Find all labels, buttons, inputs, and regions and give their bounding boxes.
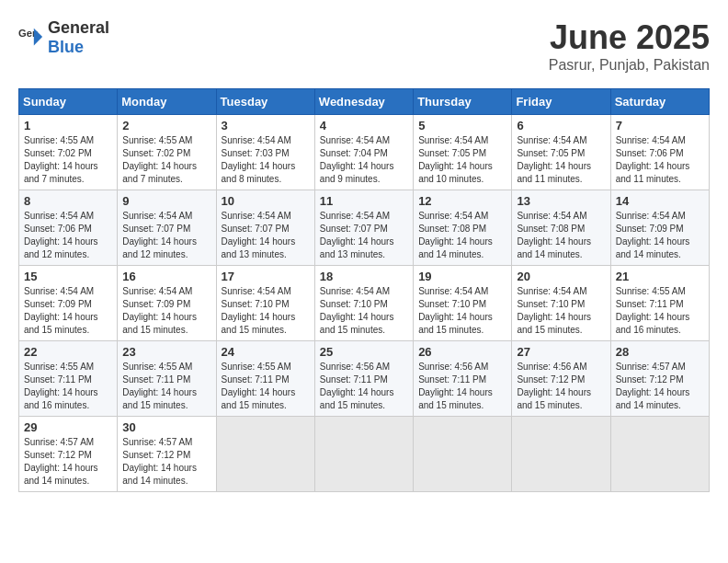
calendar-cell: 15 Sunrise: 4:54 AM Sunset: 7:09 PM Dayl… bbox=[19, 266, 118, 341]
calendar-cell: 22 Sunrise: 4:55 AM Sunset: 7:11 PM Dayl… bbox=[19, 341, 118, 417]
page-header: Gen General Blue June 2025 Pasrur, Punja… bbox=[18, 18, 710, 74]
calendar-cell: 20 Sunrise: 4:54 AM Sunset: 7:10 PM Dayl… bbox=[512, 266, 610, 341]
day-detail: Sunrise: 4:56 AM Sunset: 7:11 PM Dayligh… bbox=[418, 361, 506, 412]
day-detail: Sunrise: 4:57 AM Sunset: 7:12 PM Dayligh… bbox=[24, 436, 112, 488]
logo-icon: Gen bbox=[18, 25, 44, 51]
calendar-cell: 28 Sunrise: 4:57 AM Sunset: 7:12 PM Dayl… bbox=[610, 341, 709, 417]
col-header-saturday: Saturday bbox=[610, 89, 709, 115]
calendar-cell bbox=[314, 417, 413, 492]
calendar-week-row: 1 Sunrise: 4:55 AM Sunset: 7:02 PM Dayli… bbox=[19, 115, 710, 190]
day-detail: Sunrise: 4:54 AM Sunset: 7:06 PM Dayligh… bbox=[24, 210, 112, 261]
day-number: 12 bbox=[418, 194, 506, 208]
calendar-cell: 26 Sunrise: 4:56 AM Sunset: 7:11 PM Dayl… bbox=[414, 341, 512, 417]
col-header-thursday: Thursday bbox=[414, 89, 512, 115]
calendar-cell: 13 Sunrise: 4:54 AM Sunset: 7:08 PM Dayl… bbox=[512, 190, 610, 266]
day-number: 16 bbox=[122, 270, 210, 283]
day-detail: Sunrise: 4:54 AM Sunset: 7:10 PM Dayligh… bbox=[517, 285, 605, 337]
month-title: June 2025 bbox=[549, 18, 710, 57]
day-detail: Sunrise: 4:54 AM Sunset: 7:08 PM Dayligh… bbox=[517, 210, 605, 261]
logo-text-blue: Blue bbox=[48, 38, 84, 56]
day-number: 15 bbox=[24, 270, 112, 283]
calendar-cell: 24 Sunrise: 4:55 AM Sunset: 7:11 PM Dayl… bbox=[216, 341, 314, 417]
day-detail: Sunrise: 4:54 AM Sunset: 7:09 PM Dayligh… bbox=[24, 285, 112, 337]
logo-text-general: General bbox=[48, 18, 109, 37]
calendar-cell: 17 Sunrise: 4:54 AM Sunset: 7:10 PM Dayl… bbox=[216, 266, 314, 341]
calendar-cell: 1 Sunrise: 4:55 AM Sunset: 7:02 PM Dayli… bbox=[19, 115, 118, 190]
day-number: 17 bbox=[222, 270, 310, 283]
day-number: 4 bbox=[320, 119, 408, 132]
day-detail: Sunrise: 4:57 AM Sunset: 7:12 PM Dayligh… bbox=[122, 436, 210, 488]
day-detail: Sunrise: 4:55 AM Sunset: 7:11 PM Dayligh… bbox=[222, 361, 310, 412]
day-detail: Sunrise: 4:55 AM Sunset: 7:11 PM Dayligh… bbox=[122, 361, 210, 412]
day-number: 28 bbox=[616, 345, 704, 359]
day-number: 11 bbox=[320, 194, 408, 208]
title-block: June 2025 Pasrur, Punjab, Pakistan bbox=[549, 18, 710, 74]
col-header-wednesday: Wednesday bbox=[314, 89, 413, 115]
day-number: 9 bbox=[122, 194, 210, 208]
day-detail: Sunrise: 4:54 AM Sunset: 7:05 PM Dayligh… bbox=[418, 134, 506, 186]
day-number: 20 bbox=[517, 270, 605, 283]
calendar-cell: 5 Sunrise: 4:54 AM Sunset: 7:05 PM Dayli… bbox=[414, 115, 512, 190]
day-number: 18 bbox=[320, 270, 408, 283]
day-number: 22 bbox=[24, 345, 112, 359]
calendar-week-row: 15 Sunrise: 4:54 AM Sunset: 7:09 PM Dayl… bbox=[19, 266, 710, 341]
day-detail: Sunrise: 4:55 AM Sunset: 7:02 PM Dayligh… bbox=[24, 134, 112, 186]
day-detail: Sunrise: 4:56 AM Sunset: 7:11 PM Dayligh… bbox=[320, 361, 408, 412]
calendar-cell: 12 Sunrise: 4:54 AM Sunset: 7:08 PM Dayl… bbox=[414, 190, 512, 266]
calendar-cell: 9 Sunrise: 4:54 AM Sunset: 7:07 PM Dayli… bbox=[118, 190, 216, 266]
col-header-tuesday: Tuesday bbox=[216, 89, 314, 115]
calendar-header-row: SundayMondayTuesdayWednesdayThursdayFrid… bbox=[19, 89, 710, 115]
calendar-week-row: 22 Sunrise: 4:55 AM Sunset: 7:11 PM Dayl… bbox=[19, 341, 710, 417]
day-number: 2 bbox=[122, 119, 210, 132]
day-detail: Sunrise: 4:56 AM Sunset: 7:12 PM Dayligh… bbox=[517, 361, 605, 412]
day-number: 3 bbox=[222, 119, 310, 132]
day-number: 25 bbox=[320, 345, 408, 359]
calendar-cell: 21 Sunrise: 4:55 AM Sunset: 7:11 PM Dayl… bbox=[610, 266, 709, 341]
location-title: Pasrur, Punjab, Pakistan bbox=[549, 57, 710, 74]
day-detail: Sunrise: 4:54 AM Sunset: 7:09 PM Dayligh… bbox=[122, 285, 210, 337]
calendar-cell: 6 Sunrise: 4:54 AM Sunset: 7:05 PM Dayli… bbox=[512, 115, 610, 190]
col-header-friday: Friday bbox=[512, 89, 610, 115]
calendar-cell: 16 Sunrise: 4:54 AM Sunset: 7:09 PM Dayl… bbox=[118, 266, 216, 341]
day-detail: Sunrise: 4:54 AM Sunset: 7:07 PM Dayligh… bbox=[122, 210, 210, 261]
day-detail: Sunrise: 4:55 AM Sunset: 7:02 PM Dayligh… bbox=[122, 134, 210, 186]
calendar-cell bbox=[216, 417, 314, 492]
calendar-cell: 29 Sunrise: 4:57 AM Sunset: 7:12 PM Dayl… bbox=[19, 417, 118, 492]
day-number: 14 bbox=[616, 194, 704, 208]
day-detail: Sunrise: 4:54 AM Sunset: 7:04 PM Dayligh… bbox=[320, 134, 408, 186]
day-detail: Sunrise: 4:54 AM Sunset: 7:10 PM Dayligh… bbox=[222, 285, 310, 337]
col-header-sunday: Sunday bbox=[19, 89, 118, 115]
calendar-cell: 19 Sunrise: 4:54 AM Sunset: 7:10 PM Dayl… bbox=[414, 266, 512, 341]
calendar-week-row: 8 Sunrise: 4:54 AM Sunset: 7:06 PM Dayli… bbox=[19, 190, 710, 266]
day-number: 5 bbox=[418, 119, 506, 132]
day-detail: Sunrise: 4:57 AM Sunset: 7:12 PM Dayligh… bbox=[616, 361, 704, 412]
logo: Gen General Blue bbox=[18, 18, 109, 57]
day-number: 24 bbox=[222, 345, 310, 359]
day-number: 19 bbox=[418, 270, 506, 283]
col-header-monday: Monday bbox=[118, 89, 216, 115]
day-number: 13 bbox=[517, 194, 605, 208]
calendar-cell: 8 Sunrise: 4:54 AM Sunset: 7:06 PM Dayli… bbox=[19, 190, 118, 266]
day-number: 30 bbox=[122, 420, 210, 434]
day-detail: Sunrise: 4:54 AM Sunset: 7:03 PM Dayligh… bbox=[222, 134, 310, 186]
calendar-cell: 2 Sunrise: 4:55 AM Sunset: 7:02 PM Dayli… bbox=[118, 115, 216, 190]
day-number: 23 bbox=[122, 345, 210, 359]
calendar-cell: 27 Sunrise: 4:56 AM Sunset: 7:12 PM Dayl… bbox=[512, 341, 610, 417]
day-number: 29 bbox=[24, 420, 112, 434]
day-detail: Sunrise: 4:54 AM Sunset: 7:08 PM Dayligh… bbox=[418, 210, 506, 261]
day-number: 27 bbox=[517, 345, 605, 359]
day-number: 7 bbox=[616, 119, 704, 132]
day-detail: Sunrise: 4:54 AM Sunset: 7:07 PM Dayligh… bbox=[320, 210, 408, 261]
day-number: 8 bbox=[24, 194, 112, 208]
day-number: 26 bbox=[418, 345, 506, 359]
calendar-cell: 3 Sunrise: 4:54 AM Sunset: 7:03 PM Dayli… bbox=[216, 115, 314, 190]
calendar-cell: 18 Sunrise: 4:54 AM Sunset: 7:10 PM Dayl… bbox=[314, 266, 413, 341]
calendar-cell bbox=[414, 417, 512, 492]
calendar-week-row: 29 Sunrise: 4:57 AM Sunset: 7:12 PM Dayl… bbox=[19, 417, 710, 492]
day-number: 10 bbox=[222, 194, 310, 208]
day-detail: Sunrise: 4:54 AM Sunset: 7:09 PM Dayligh… bbox=[616, 210, 704, 261]
calendar-cell: 10 Sunrise: 4:54 AM Sunset: 7:07 PM Dayl… bbox=[216, 190, 314, 266]
day-detail: Sunrise: 4:55 AM Sunset: 7:11 PM Dayligh… bbox=[616, 285, 704, 337]
day-detail: Sunrise: 4:54 AM Sunset: 7:10 PM Dayligh… bbox=[418, 285, 506, 337]
day-detail: Sunrise: 4:54 AM Sunset: 7:07 PM Dayligh… bbox=[222, 210, 310, 261]
